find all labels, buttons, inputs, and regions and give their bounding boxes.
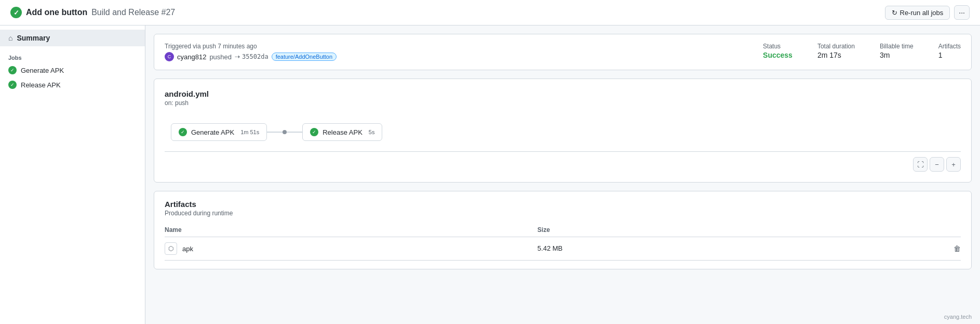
zoom-in-icon: + xyxy=(951,161,956,169)
sidebar-job-label-release: Release APK xyxy=(21,81,61,89)
home-icon: ⌂ xyxy=(8,34,12,42)
status-value: Success xyxy=(763,51,793,59)
billable-value: 3m xyxy=(880,51,914,59)
artifacts-count: 1 xyxy=(938,51,961,59)
workflow-job-generate-apk[interactable]: ✓ Generate APK 1m 51s xyxy=(171,123,267,141)
run-subtitle: Build and Release #27 xyxy=(91,8,175,17)
more-icon: ··· xyxy=(959,8,965,17)
workflow-card-body: android.yml on: push ✓ Generate APK 1m 5… xyxy=(154,79,971,182)
duration-label: Total duration xyxy=(817,43,855,50)
trigger-card-body: Triggered via push 7 minutes ago C cyang… xyxy=(154,34,971,70)
user-avatar: C xyxy=(165,52,174,61)
trigger-user: cyang812 xyxy=(177,53,206,61)
billable-label: Billable time xyxy=(880,43,914,50)
more-options-button[interactable]: ··· xyxy=(954,5,970,20)
sidebar-item-generate-apk[interactable]: ✓ Generate APK xyxy=(0,63,145,77)
billable-section: Billable time 3m xyxy=(880,43,914,59)
workflow-job-label-1: Generate APK xyxy=(191,128,234,136)
sidebar-item-release-apk[interactable]: ✓ Release APK xyxy=(0,77,145,92)
header-actions: ↻ Re-run all jobs ··· xyxy=(885,5,970,20)
sidebar: ⌂ Summary Jobs ✓ Generate APK ✓ Release … xyxy=(0,25,145,324)
main-content: Triggered via push 7 minutes ago C cyang… xyxy=(145,25,980,324)
status-section: Status Success xyxy=(763,43,793,59)
workflow-filename: android.yml xyxy=(165,89,961,98)
main-layout: ⌂ Summary Jobs ✓ Generate APK ✓ Release … xyxy=(0,25,980,324)
rerun-label: Re-run all jobs xyxy=(900,9,944,17)
duration-value: 2m 17s xyxy=(817,51,855,59)
commit-hash: 35502da xyxy=(242,53,269,60)
workflow-controls: ⛶ − + xyxy=(165,151,961,172)
job-success-icon-diagram-1: ✓ xyxy=(179,128,187,136)
connector-line-segment-2 xyxy=(287,132,302,133)
rerun-all-button[interactable]: ↻ Re-run all jobs xyxy=(885,6,950,20)
trigger-info-card: Triggered via push 7 minutes ago C cyang… xyxy=(154,34,972,70)
workflow-job-time-2: 5s xyxy=(369,129,375,135)
run-status-icon: ✓ xyxy=(10,7,22,18)
trigger-section: Triggered via push 7 minutes ago C cyang… xyxy=(165,43,738,61)
workflow-card: android.yml on: push ✓ Generate APK 1m 5… xyxy=(154,79,972,183)
fullscreen-icon: ⛶ xyxy=(917,161,924,169)
sidebar-summary-label: Summary xyxy=(17,34,50,42)
artifacts-subtitle: Produced during runtime xyxy=(165,210,961,217)
artifacts-count-section: Artifacts 1 xyxy=(938,43,961,59)
sidebar-item-summary[interactable]: ⌂ Summary xyxy=(0,30,145,46)
run-title: Add one button xyxy=(26,8,87,17)
job-success-icon-diagram-2: ✓ xyxy=(310,128,318,136)
artifact-package-icon: ⬡ xyxy=(165,242,177,255)
sidebar-job-label-generate: Generate APK xyxy=(21,67,64,74)
artifacts-title: Artifacts xyxy=(165,200,961,209)
artifact-name-wrapper: ⬡ apk xyxy=(165,242,538,255)
zoom-out-button[interactable]: − xyxy=(930,157,944,172)
workflow-job-label-2: Release APK xyxy=(323,128,363,136)
artifact-size: 5.42 MB xyxy=(538,244,562,252)
artifact-name: apk xyxy=(182,245,193,253)
commit-arrow-icon: ⇢ xyxy=(235,53,240,60)
zoom-out-icon: − xyxy=(935,161,939,169)
artifact-size-cell: 5.42 MB 🗑 xyxy=(538,237,961,261)
artifact-name-cell: ⬡ apk xyxy=(165,237,538,261)
branch-badge: feature/AddOneButton xyxy=(272,53,337,61)
rerun-icon: ↻ xyxy=(892,9,897,17)
sidebar-jobs-section-label: Jobs xyxy=(0,46,145,63)
artifacts-label: Artifacts xyxy=(938,43,961,50)
connector-dot xyxy=(283,130,287,134)
connector-line-segment xyxy=(267,132,283,133)
workflow-job-time-1: 1m 51s xyxy=(240,129,259,135)
artifacts-table: Name Size ⬡ apk xyxy=(165,223,961,261)
header-title-group: ✓ Add one button Build and Release #27 xyxy=(10,7,175,18)
table-row: ⬡ apk 5.42 MB 🗑 xyxy=(165,237,961,261)
artifact-delete-button[interactable]: 🗑 xyxy=(954,244,961,253)
trigger-action: pushed xyxy=(209,53,232,61)
status-label: Status xyxy=(763,43,793,50)
artifacts-card-body: Artifacts Produced during runtime Name S… xyxy=(154,191,971,269)
watermark: cyang.tech xyxy=(944,314,972,320)
duration-section: Total duration 2m 17s xyxy=(817,43,855,59)
fullscreen-button[interactable]: ⛶ xyxy=(913,157,928,172)
workflow-diagram: ✓ Generate APK 1m 51s ✓ Release APK xyxy=(171,123,961,141)
trigger-meta: C cyang812 pushed ⇢ 35502da feature/AddO… xyxy=(165,52,738,61)
triggered-text: Triggered via push 7 minutes ago xyxy=(165,43,738,50)
artifacts-card: Artifacts Produced during runtime Name S… xyxy=(154,191,972,269)
col-name-header: Name xyxy=(165,223,538,237)
job-connector xyxy=(267,130,302,134)
workflow-trigger: on: push xyxy=(165,99,961,107)
job-success-icon-release: ✓ xyxy=(8,81,17,89)
job-success-icon-generate: ✓ xyxy=(8,66,17,74)
top-header: ✓ Add one button Build and Release #27 ↻… xyxy=(0,0,980,25)
zoom-in-button[interactable]: + xyxy=(946,157,961,172)
col-size-header: Size xyxy=(538,223,961,237)
workflow-job-release-apk[interactable]: ✓ Release APK 5s xyxy=(302,123,382,141)
